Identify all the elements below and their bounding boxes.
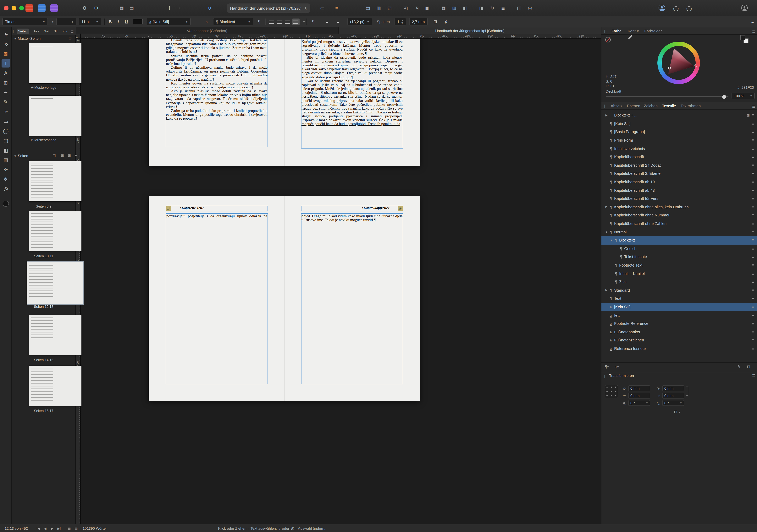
style-row-tekst-fusnote[interactable]: ¶Tekst fusnote≡ <box>601 253 757 261</box>
style-row-menu-icon[interactable]: ≡ <box>752 338 754 342</box>
tab-seiten[interactable]: Seiten <box>16 28 29 34</box>
flip-horizontal-icon[interactable]: ◧ <box>462 5 469 12</box>
text-frame-icon[interactable]: ▭ <box>319 5 326 12</box>
text-frame-page-14[interactable] <box>166 213 268 384</box>
style-row-blocktext-[interactable]: ▶Blocktext + ...⊞≡ <box>601 111 757 119</box>
publisher-persona-icon[interactable] <box>25 4 33 12</box>
margins-icon[interactable]: ▦ <box>118 5 125 12</box>
page-thumbnail-seiten-12-13[interactable] <box>27 262 83 304</box>
chevron-right-icon[interactable]: ▶ <box>605 114 608 117</box>
transparency-tool-icon[interactable]: ▨ <box>2 155 10 164</box>
rotation-select[interactable]: 0 °▼ <box>628 400 650 406</box>
character-style-select[interactable]: a [Kein Stil]▼ <box>147 18 191 25</box>
style-row-menu-icon[interactable]: ≡ <box>752 213 754 217</box>
minimize-window-button[interactable] <box>12 6 16 11</box>
chevron-right-icon[interactable]: ▶ <box>605 206 608 209</box>
font-flyout-button[interactable]: ▼ <box>49 18 56 25</box>
next-spread-button[interactable]: ▶ <box>49 526 55 531</box>
style-row-menu-icon[interactable]: ≡ <box>752 230 754 234</box>
style-row-fußnotenanker[interactable]: aFußnotenanker≡ <box>601 328 757 336</box>
link-dimensions-icon[interactable] <box>686 386 688 396</box>
typography-button[interactable]: a <box>203 18 210 25</box>
share-account-icon[interactable] <box>658 5 665 11</box>
style-row-kapitelüberschrift-2-ebene[interactable]: ¶Kapitelüberschrift 2. Ebene≡ <box>601 169 757 178</box>
eyedropper-icon[interactable] <box>628 34 633 40</box>
stepper-arrows-icon[interactable]: ▲▼ <box>401 19 404 24</box>
leading-select[interactable]: (13,2 pt)▼ <box>348 18 372 25</box>
panel-grip[interactable]: ∥ <box>603 104 605 108</box>
add-page-icon[interactable]: ⊞ <box>61 154 64 157</box>
style-row-menu-icon[interactable]: ≡ <box>752 347 754 351</box>
style-row-menu-icon[interactable]: ≡ <box>752 322 754 326</box>
toolbar-menu-icon[interactable]: ≡ <box>749 18 756 25</box>
text-frame-page-15[interactable] <box>301 213 403 384</box>
columns-stepper[interactable]: 1▲▼ <box>395 18 406 25</box>
style-row-referenca-fusnote[interactable]: aReferenca fusnote≡ <box>601 345 757 353</box>
style-row-menu-icon[interactable]: ≡ <box>752 305 754 309</box>
style-row-menu-icon[interactable]: ≡ <box>752 172 754 176</box>
two-page-view-icon[interactable]: ◫ <box>52 154 56 157</box>
ellipse-tool-icon[interactable]: ◯ <box>2 126 10 135</box>
style-row-menu-icon[interactable]: ≡ <box>752 255 754 259</box>
align-center-button[interactable] <box>276 18 283 25</box>
pen-tool-icon[interactable]: ✒ <box>2 88 10 97</box>
page-12-text[interactable]: Učenik treba vidjeti svog učitelja kako … <box>166 38 267 147</box>
rotate-icon[interactable]: ↻ <box>489 5 496 12</box>
style-row-menu-icon[interactable]: ≡ <box>752 146 754 151</box>
panel-grip[interactable]: ∥ <box>603 374 605 378</box>
style-row-menu-icon[interactable]: ≡ <box>752 246 754 251</box>
chevron-down-icon[interactable]: ▼ <box>610 239 613 242</box>
style-row-menu-icon[interactable]: ≡ <box>752 263 754 267</box>
master-pages-section-label[interactable]: Master-Seiten <box>18 36 41 41</box>
delete-page-icon[interactable]: ⊟ <box>68 154 71 157</box>
page-thumbnail-seiten-10-11[interactable] <box>29 211 81 251</box>
style-row-standard[interactable]: ▶¶Standard≡ <box>601 286 757 294</box>
text-wrap-icon[interactable]: ≣ <box>500 5 506 12</box>
add-pages-icon[interactable]: ▤ <box>364 5 371 12</box>
page-13-text[interactable]: posjećivanje staračkih domova, bolnica i… <box>301 36 403 149</box>
align-objects-icon[interactable]: ▦ <box>440 5 447 12</box>
style-row-kapitelüberschrift-ohne-nummer[interactable]: ¶Kapitelüberschrift ohne Nummer≡ <box>601 211 757 219</box>
node-tool-icon[interactable]: ⊳ <box>2 40 10 48</box>
panel-menu-icon[interactable]: ≣ <box>752 104 755 109</box>
chevron-down-icon[interactable]: ▼ <box>605 231 608 233</box>
flip-vertical-icon[interactable]: ◨ <box>478 5 485 12</box>
style-row-menu-icon[interactable]: ≡ <box>752 271 754 276</box>
distribute-objects-icon[interactable]: ▩ <box>451 5 458 12</box>
first-spread-button[interactable]: |◀ <box>36 526 41 531</box>
style-row-footnote-reference[interactable]: aFootnote Reference≡ <box>601 320 757 328</box>
current-colour-well[interactable] <box>3 201 9 207</box>
thumbnails-icon[interactable]: ▤ <box>73 526 79 531</box>
tab-absatz[interactable]: Absatz <box>611 102 622 110</box>
style-row-menu-icon[interactable]: ≡ <box>752 130 754 134</box>
y-field[interactable]: 0 mm <box>628 393 650 399</box>
tab-farbfelder[interactable]: Farbfelder <box>644 27 662 35</box>
pen-nib-icon[interactable]: ✒ <box>334 5 341 12</box>
style-row-menu-icon[interactable]: ≡ <box>752 138 754 142</box>
horizontal-ruler[interactable]: -40-200204060801001201401601802002202402… <box>81 34 601 39</box>
opacity-slider-knob[interactable] <box>722 95 726 98</box>
style-row-kapitelüberschrift-2-f-dodaci[interactable]: ¶Kapitelüberschrift 2 f Dodaci≡ <box>601 161 757 169</box>
align-left-button[interactable] <box>268 18 275 25</box>
tab-ebenen[interactable]: Ebenen <box>627 102 640 110</box>
italic-button[interactable]: I <box>115 18 122 25</box>
font-family-select[interactable]: Times▼ <box>2 18 48 25</box>
style-row-normal[interactable]: ▼¶Normal≡ <box>601 228 757 236</box>
panel-menu-icon[interactable]: ≣ <box>752 29 755 34</box>
master-menu-icon[interactable]: ≡ <box>76 36 78 40</box>
zoom-tool-icon[interactable]: ◎ <box>2 184 10 193</box>
favorite-star-icon[interactable]: ★ <box>304 6 307 10</box>
show-formatting-marks-button[interactable]: ¶ <box>256 18 263 25</box>
style-row-fett[interactable]: afett≡ <box>601 311 757 320</box>
tab-stile[interactable]: Sti. <box>52 28 60 34</box>
bold-button[interactable]: B <box>106 18 114 25</box>
panel-grip[interactable]: ∥ <box>603 29 605 33</box>
shear-select[interactable]: 0 °▼ <box>662 400 684 406</box>
style-row-freie-form[interactable]: ¶Freie Form≡ <box>601 136 757 145</box>
style-row-menu-icon[interactable]: ≡ <box>752 188 754 192</box>
panel-menu-icon[interactable]: ≣ <box>70 29 74 34</box>
shade-marker[interactable] <box>668 67 671 70</box>
new-character-style-icon[interactable]: a+ <box>615 365 619 369</box>
sync-status-icon[interactable]: ◯ <box>673 5 680 12</box>
style-row-menu-icon[interactable]: ≡ <box>752 163 754 167</box>
